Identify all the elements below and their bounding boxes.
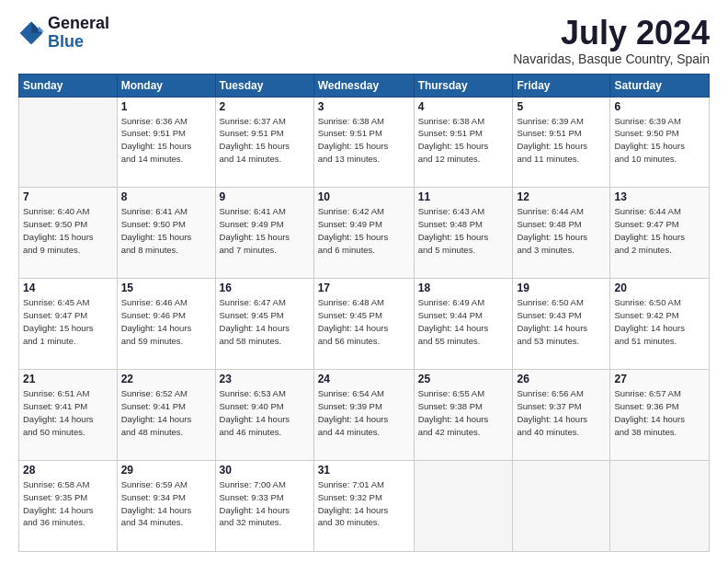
day-cell <box>610 461 710 552</box>
week-row-0: 1Sunrise: 6:36 AM Sunset: 9:51 PM Daylig… <box>19 97 710 188</box>
day-cell: 27Sunrise: 6:57 AM Sunset: 9:36 PM Dayli… <box>610 370 710 461</box>
day-info: Sunrise: 6:58 AM Sunset: 9:35 PM Dayligh… <box>23 478 113 529</box>
day-cell: 1Sunrise: 6:36 AM Sunset: 9:51 PM Daylig… <box>117 97 215 188</box>
week-row-4: 28Sunrise: 6:58 AM Sunset: 9:35 PM Dayli… <box>19 461 710 552</box>
day-number: 3 <box>318 100 410 113</box>
day-cell: 10Sunrise: 6:42 AM Sunset: 9:49 PM Dayli… <box>313 188 414 279</box>
day-info: Sunrise: 6:39 AM Sunset: 9:50 PM Dayligh… <box>614 115 705 166</box>
day-info: Sunrise: 7:01 AM Sunset: 9:32 PM Dayligh… <box>318 478 410 529</box>
title-block: July 2024 Navaridas, Basque Country, Spa… <box>513 15 710 66</box>
day-cell: 7Sunrise: 6:40 AM Sunset: 9:50 PM Daylig… <box>19 188 118 279</box>
day-info: Sunrise: 6:39 AM Sunset: 9:51 PM Dayligh… <box>517 115 606 166</box>
logo-text: General Blue <box>48 15 109 52</box>
day-cell: 26Sunrise: 6:56 AM Sunset: 9:37 PM Dayli… <box>513 370 610 461</box>
day-number: 17 <box>318 282 410 294</box>
header: General Blue July 2024 Navaridas, Basque… <box>18 15 710 66</box>
day-cell <box>414 461 513 552</box>
day-info: Sunrise: 6:38 AM Sunset: 9:51 PM Dayligh… <box>418 115 509 166</box>
logo-icon <box>18 20 44 46</box>
day-info: Sunrise: 6:54 AM Sunset: 9:39 PM Dayligh… <box>318 387 410 438</box>
day-cell: 23Sunrise: 6:53 AM Sunset: 9:40 PM Dayli… <box>215 370 313 461</box>
day-number: 20 <box>614 282 705 294</box>
day-cell: 4Sunrise: 6:38 AM Sunset: 9:51 PM Daylig… <box>414 97 513 188</box>
header-row: Sunday Monday Tuesday Wednesday Thursday… <box>19 74 710 97</box>
day-info: Sunrise: 6:45 AM Sunset: 9:47 PM Dayligh… <box>23 296 113 347</box>
day-info: Sunrise: 6:59 AM Sunset: 9:34 PM Dayligh… <box>121 478 211 529</box>
day-cell: 3Sunrise: 6:38 AM Sunset: 9:51 PM Daylig… <box>313 97 414 188</box>
day-number: 6 <box>614 100 705 113</box>
calendar-table: Sunday Monday Tuesday Wednesday Thursday… <box>18 74 710 552</box>
day-number: 19 <box>517 282 606 294</box>
day-info: Sunrise: 6:55 AM Sunset: 9:38 PM Dayligh… <box>418 387 509 438</box>
day-cell: 8Sunrise: 6:41 AM Sunset: 9:50 PM Daylig… <box>117 188 215 279</box>
day-cell: 30Sunrise: 7:00 AM Sunset: 9:33 PM Dayli… <box>215 461 313 552</box>
day-cell: 24Sunrise: 6:54 AM Sunset: 9:39 PM Dayli… <box>313 370 414 461</box>
day-number: 21 <box>23 373 113 385</box>
day-info: Sunrise: 6:50 AM Sunset: 9:43 PM Dayligh… <box>517 296 606 347</box>
day-cell: 15Sunrise: 6:46 AM Sunset: 9:46 PM Dayli… <box>117 279 215 370</box>
day-info: Sunrise: 6:51 AM Sunset: 9:41 PM Dayligh… <box>23 387 113 438</box>
logo: General Blue <box>18 15 109 52</box>
day-number: 13 <box>614 190 705 203</box>
day-number: 14 <box>23 282 113 294</box>
day-cell: 5Sunrise: 6:39 AM Sunset: 9:51 PM Daylig… <box>513 97 610 188</box>
day-number: 11 <box>418 190 509 203</box>
day-number: 25 <box>418 373 509 385</box>
col-tuesday: Tuesday <box>215 74 313 97</box>
day-cell: 9Sunrise: 6:41 AM Sunset: 9:49 PM Daylig… <box>215 188 313 279</box>
day-info: Sunrise: 6:46 AM Sunset: 9:46 PM Dayligh… <box>121 296 211 347</box>
day-cell <box>513 461 610 552</box>
day-cell: 25Sunrise: 6:55 AM Sunset: 9:38 PM Dayli… <box>414 370 513 461</box>
day-info: Sunrise: 6:47 AM Sunset: 9:45 PM Dayligh… <box>220 296 310 347</box>
day-info: Sunrise: 6:48 AM Sunset: 9:45 PM Dayligh… <box>318 296 410 347</box>
day-number: 12 <box>517 190 606 203</box>
day-cell: 11Sunrise: 6:43 AM Sunset: 9:48 PM Dayli… <box>414 188 513 279</box>
day-info: Sunrise: 6:56 AM Sunset: 9:37 PM Dayligh… <box>517 387 606 438</box>
day-number: 8 <box>121 190 211 203</box>
day-number: 22 <box>121 373 211 385</box>
day-info: Sunrise: 6:50 AM Sunset: 9:42 PM Dayligh… <box>614 296 705 347</box>
col-monday: Monday <box>117 74 215 97</box>
day-number: 4 <box>418 100 509 113</box>
day-cell: 19Sunrise: 6:50 AM Sunset: 9:43 PM Dayli… <box>513 279 610 370</box>
day-cell: 20Sunrise: 6:50 AM Sunset: 9:42 PM Dayli… <box>610 279 710 370</box>
day-number: 26 <box>517 373 606 385</box>
page: General Blue July 2024 Navaridas, Basque… <box>0 0 728 563</box>
day-info: Sunrise: 6:36 AM Sunset: 9:51 PM Dayligh… <box>121 115 211 166</box>
day-info: Sunrise: 6:53 AM Sunset: 9:40 PM Dayligh… <box>220 387 310 438</box>
day-number: 18 <box>418 282 509 294</box>
week-row-3: 21Sunrise: 6:51 AM Sunset: 9:41 PM Dayli… <box>19 370 710 461</box>
day-number: 5 <box>517 100 606 113</box>
day-cell: 21Sunrise: 6:51 AM Sunset: 9:41 PM Dayli… <box>19 370 118 461</box>
day-info: Sunrise: 6:52 AM Sunset: 9:41 PM Dayligh… <box>121 387 211 438</box>
day-info: Sunrise: 6:38 AM Sunset: 9:51 PM Dayligh… <box>318 115 410 166</box>
day-cell: 29Sunrise: 6:59 AM Sunset: 9:34 PM Dayli… <box>117 461 215 552</box>
day-cell <box>19 97 118 188</box>
day-info: Sunrise: 6:44 AM Sunset: 9:47 PM Dayligh… <box>614 205 705 256</box>
col-saturday: Saturday <box>610 74 710 97</box>
day-cell: 6Sunrise: 6:39 AM Sunset: 9:50 PM Daylig… <box>610 97 710 188</box>
logo-general: General <box>48 15 109 33</box>
day-number: 2 <box>220 100 310 113</box>
day-info: Sunrise: 7:00 AM Sunset: 9:33 PM Dayligh… <box>220 478 310 529</box>
day-number: 7 <box>23 190 113 203</box>
day-cell: 13Sunrise: 6:44 AM Sunset: 9:47 PM Dayli… <box>610 188 710 279</box>
day-cell: 18Sunrise: 6:49 AM Sunset: 9:44 PM Dayli… <box>414 279 513 370</box>
svg-marker-2 <box>39 26 44 31</box>
day-cell: 28Sunrise: 6:58 AM Sunset: 9:35 PM Dayli… <box>19 461 118 552</box>
col-thursday: Thursday <box>414 74 513 97</box>
day-info: Sunrise: 6:37 AM Sunset: 9:51 PM Dayligh… <box>220 115 310 166</box>
day-number: 28 <box>23 464 113 477</box>
day-cell: 2Sunrise: 6:37 AM Sunset: 9:51 PM Daylig… <box>215 97 313 188</box>
logo-blue: Blue <box>48 33 109 52</box>
day-info: Sunrise: 6:44 AM Sunset: 9:48 PM Dayligh… <box>517 205 606 256</box>
day-number: 1 <box>121 100 211 113</box>
day-number: 23 <box>220 373 310 385</box>
day-info: Sunrise: 6:40 AM Sunset: 9:50 PM Dayligh… <box>23 205 113 256</box>
day-cell: 17Sunrise: 6:48 AM Sunset: 9:45 PM Dayli… <box>313 279 414 370</box>
day-info: Sunrise: 6:41 AM Sunset: 9:49 PM Dayligh… <box>220 205 310 256</box>
week-row-2: 14Sunrise: 6:45 AM Sunset: 9:47 PM Dayli… <box>19 279 710 370</box>
day-info: Sunrise: 6:42 AM Sunset: 9:49 PM Dayligh… <box>318 205 410 256</box>
main-title: July 2024 <box>513 15 710 52</box>
day-cell: 12Sunrise: 6:44 AM Sunset: 9:48 PM Dayli… <box>513 188 610 279</box>
